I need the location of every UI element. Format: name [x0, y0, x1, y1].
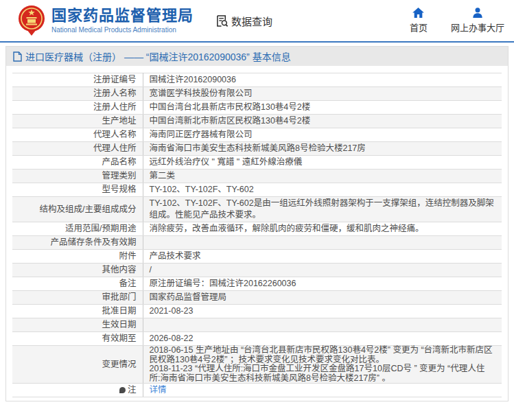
row-value: 海南同正医疗器械有限公司 [143, 128, 502, 142]
table-row: 注详情 [12, 384, 502, 397]
row-label: 变更情况 [12, 346, 143, 384]
row-value: 中国台湾台北县新店市民权路130巷4号2楼 [143, 101, 502, 115]
row-value: / [143, 264, 502, 277]
detail-panel: 进口医疗器械（注册） —— “国械注许20162090036” 基本信息 注册证… [5, 46, 509, 401]
nav-online-service-hall-label: 网上办事大厅 [451, 21, 504, 34]
row-value: 国械注许20162090036 [143, 73, 502, 87]
table-row: 其他内容/ [12, 264, 502, 277]
row-label: 批准日期 [12, 305, 143, 318]
table-row: 注册证编号国械注许20162090036 [12, 73, 502, 87]
row-label: 附件 [12, 250, 143, 264]
info-table: 注册证编号国械注许20162090036注册人名称宽谱医学科技股份有限公司注册人… [12, 73, 502, 397]
row-label: 生效日期 [12, 318, 143, 332]
nav-home-label: 首页 [410, 21, 428, 34]
row-value: 原注册证编号：国械注许20162260036 [143, 277, 502, 291]
document-icon [13, 51, 22, 62]
row-label: 型号规格 [12, 183, 143, 197]
nav-home[interactable]: 首页 [410, 8, 428, 34]
row-label: 注 [12, 384, 143, 397]
site-subtitle: National Medical Products Administration [51, 26, 194, 34]
row-value: TY-102、TY-102F、TY-602是由一组远红外线照射器架构于一支撑架组… [143, 197, 502, 222]
row-value: 2021-08-23 [143, 305, 502, 318]
person-icon [472, 8, 483, 18]
table-row: 型号规格TY-102、TY-102F、TY-602 [12, 183, 502, 197]
table-row: 注册人住所中国台湾台北县新店市民权路130巷4号2楼 [12, 101, 502, 115]
row-label: 产品名称 [12, 156, 143, 170]
table-row: 附件产品技术要求 [12, 250, 502, 264]
row-value: 2018-06-15 生产地址由 “台湾台北县新店市民权路130巷4号2楼” 变… [143, 346, 502, 384]
national-emblem-icon [18, 5, 45, 36]
page-title: 进口医疗器械（注册） —— “国械注许20162090036” 基本信息 [25, 49, 291, 63]
home-icon [412, 8, 424, 18]
info-table-wrap: 注册证编号国械注许20162090036注册人名称宽谱医学科技股份有限公司注册人… [6, 66, 508, 401]
row-value: 远红外线治疗仪 " 寬譜 " 遠紅外線治療儀 [143, 156, 502, 170]
row-value [143, 236, 502, 250]
row-value: TY-102、TY-102F、TY-602 [143, 183, 502, 197]
table-row: 批准日期2021-08-23 [12, 305, 502, 318]
row-value: 消除疲劳，改善血液循环，解除肌肉的疲劳和僵硬，缓和肌肉之神经痛。 [143, 222, 502, 236]
site-header: 国家药品监督管理局 National Medical Products Admi… [0, 0, 514, 43]
table-row: 结构及组成/主要组成成分TY-102、TY-102F、TY-602是由一组远红外… [12, 197, 502, 222]
table-row: 变更情况2018-06-15 生产地址由 “台湾台北县新店市民权路130巷4号2… [12, 346, 502, 384]
row-label: 结构及组成/主要组成成分 [12, 197, 143, 222]
row-value: 宽谱医学科技股份有限公司 [143, 87, 502, 101]
row-label: 注册人名称 [12, 87, 143, 101]
row-label: 产品储存条件及有效期 [12, 236, 143, 250]
nav-data-query-label: 数据查询 [231, 14, 272, 28]
row-label: 注册人住所 [12, 101, 143, 115]
row-value: 2026-08-22 [143, 332, 502, 346]
row-value: 产品技术要求 [143, 250, 502, 264]
row-value: 海南省海口市美安生态科技新城美风路8号检验大楼217房 [143, 142, 502, 156]
table-row: 生效日期 [12, 318, 502, 332]
row-label: 其他内容 [12, 264, 143, 277]
row-label: 生产地址 [12, 115, 143, 128]
row-label: 代理人名称 [12, 128, 143, 142]
nav-online-service-hall[interactable]: 网上办事大厅 [451, 8, 504, 34]
row-value: 中国台湾新北市新店区民权路130巷4号2楼 [143, 115, 502, 128]
site-logo[interactable]: 国家药品监督管理局 National Medical Products Admi… [18, 5, 194, 36]
breadcrumb: 进口医疗器械（注册） —— “国械注许20162090036” 基本信息 [6, 47, 508, 66]
table-row: 产品名称远红外线治疗仪 " 寬譜 " 遠紅外線治療儀 [12, 156, 502, 170]
table-row: 代理人住所海南省海口市美安生态科技新城美风路8号检验大楼217房 [12, 142, 502, 156]
site-title: 国家药品监督管理局 [51, 8, 194, 24]
row-label: 备注 [12, 277, 143, 291]
table-row: 产品储存条件及有效期 [12, 236, 502, 250]
row-value [143, 318, 502, 332]
table-row: 有效期至2026-08-22 [12, 332, 502, 346]
table-row: 备注原注册证编号：国械注许20162260036 [12, 277, 502, 291]
nav-data-query[interactable]: 数据查询 [215, 14, 272, 28]
table-row: 审批部门国家药品监督管理局 [12, 291, 502, 305]
table-row: 代理人名称海南同正医疗器械有限公司 [12, 128, 502, 142]
data-search-icon [215, 14, 229, 27]
row-label: 注册证编号 [12, 73, 143, 87]
table-row: 注册人名称宽谱医学科技股份有限公司 [12, 87, 502, 101]
row-label: 代理人住所 [12, 142, 143, 156]
row-value: 详情 [143, 384, 502, 397]
table-row: 适用范围/预期用途消除疲劳，改善血液循环，解除肌肉的疲劳和僵硬，缓和肌肉之神经痛… [12, 222, 502, 236]
details-link[interactable]: 详情 [150, 385, 167, 395]
row-label: 管理类别 [12, 170, 143, 183]
comment-icon [119, 387, 126, 393]
header-nav: 首页 网上办事大厅 [410, 8, 504, 34]
row-value: 第二类 [143, 170, 502, 183]
info-table-body: 注册证编号国械注许20162090036注册人名称宽谱医学科技股份有限公司注册人… [12, 73, 502, 397]
table-row: 生产地址中国台湾新北市新店区民权路130巷4号2楼 [12, 115, 502, 128]
row-label: 适用范围/预期用途 [12, 222, 143, 236]
table-row: 管理类别第二类 [12, 170, 502, 183]
row-label: 有效期至 [12, 332, 143, 346]
row-value: 国家药品监督管理局 [143, 291, 502, 305]
row-label: 审批部门 [12, 291, 143, 305]
